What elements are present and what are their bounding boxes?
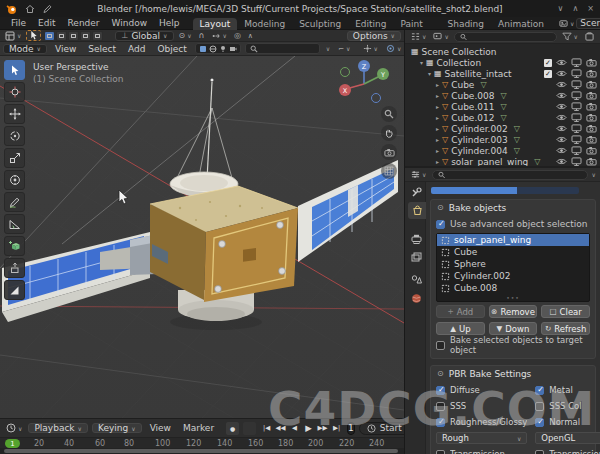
down-button[interactable]: ▼Down [489,322,538,335]
proportional-falloff-dropdown[interactable]: ∧ [246,32,255,40]
pencil-icon[interactable] [42,4,52,14]
move-tool[interactable] [4,104,25,124]
snapping-curve-dropdown[interactable]: ⌐∨ [336,45,352,53]
outliner-label[interactable]: Cube [451,80,474,90]
viewport-disable-icon[interactable] [571,146,582,155]
scene-name-field[interactable]: Scene × [576,18,600,29]
bake-to-target-checkbox[interactable] [436,341,445,350]
filter-curve-icon[interactable] [209,45,217,53]
outliner-label[interactable]: Scene Collection [422,47,497,57]
mirror-dropdown[interactable]: ∨ [324,45,332,52]
render-disable-icon[interactable] [586,69,597,78]
properties-options-chevron[interactable]: ∨ [592,171,596,178]
eye-icon[interactable] [556,91,567,100]
outliner-label[interactable]: Cube.008 [451,91,494,101]
viewport-disable-icon[interactable] [571,91,582,100]
select-mode-intersect[interactable] [92,31,103,41]
render-disable-icon[interactable] [586,157,597,166]
menu-file[interactable]: File [6,18,31,28]
viewport-disable-icon[interactable] [571,102,582,111]
pbr-check-diffuse[interactable]: Diffuse [436,383,527,397]
checkbox[interactable] [436,402,445,411]
viewport-canvas[interactable]: User Perspective (1) Scene Collection Z … [0,56,404,418]
render-disable-icon[interactable] [586,135,597,144]
list-item[interactable]: Cube [437,246,589,258]
outliner-row-cube-008[interactable]: ▸ ▽ Cube.008 ▽ [405,90,600,101]
play-button[interactable]: ▶ [302,422,315,435]
outliner-row-cube-011[interactable]: ▸ ▽ Cube.011 ▽ [405,101,600,112]
active-tool-button[interactable] [26,30,41,41]
prev-keyframe-button[interactable]: ◀◀ [274,422,287,435]
viewport-search-field[interactable] [245,43,320,54]
snap-target-dropdown[interactable]: ∨ [209,32,228,40]
expander-icon[interactable]: ▸ [433,125,442,132]
viewport-disable-icon[interactable] [571,113,582,122]
viewport-disable-icon[interactable] [571,124,582,133]
normal-space-dropdown[interactable]: OpenGL∨ [535,432,600,444]
options-dropdown[interactable]: Options ∨ [347,31,401,41]
select-mode-new[interactable] [44,31,55,41]
expander-icon[interactable]: ▸ [433,147,442,154]
select-box-tool[interactable] [4,60,25,80]
timeline-editor-button[interactable]: ∨ [4,423,24,433]
pbr-check-sss[interactable]: SSS [436,399,527,413]
overlays-dropdown[interactable]: ∨ [384,44,403,53]
viewport-disable-icon[interactable] [571,80,582,89]
outliner-sync-dropdown[interactable]: ∨ [431,32,450,41]
add-button[interactable]: +Add [436,305,485,318]
viewport-disable-icon[interactable] [571,58,582,67]
refresh-button[interactable]: ↻Refresh [541,322,590,335]
advanced-selection-row[interactable]: Use advanced object selection [436,217,590,231]
sync-button[interactable] [243,422,256,435]
new-collection-button[interactable] [583,32,596,41]
pbr-check-normal[interactable]: Normal [535,415,600,429]
snap-toggle[interactable]: ∩ [197,31,207,40]
pbr-check-transmission[interactable]: Transmission [436,447,527,454]
minimize-button[interactable]: ∨ [558,4,564,13]
eye-icon[interactable] [556,124,567,133]
checkbox[interactable] [535,450,544,454]
gizmo-minus-z-axis[interactable] [372,94,381,103]
list-item[interactable]: Cylinder.002 [437,270,589,282]
mode-dropdown[interactable]: Mode ∨ [3,44,47,54]
menu-window[interactable]: Window [107,18,153,28]
properties-editor-button[interactable]: ∨ [409,170,428,179]
eye-icon[interactable] [556,157,567,166]
keying-dropdown[interactable]: Keying∨ [92,423,142,433]
outliner-label[interactable]: Cube.011 [451,102,494,112]
outliner-row-collection[interactable]: ▾ ▦ Collection ✓ [405,57,600,68]
output-tab[interactable] [407,230,426,247]
close-button[interactable]: × [587,4,594,13]
ortho-grid-icon[interactable] [381,163,397,179]
auto-key-button[interactable]: ● [226,422,239,435]
scene-tab[interactable] [407,270,426,287]
pivot-point-dropdown[interactable]: ⊙∨ [177,31,194,40]
viewport-disable-icon[interactable] [571,157,582,166]
cursor-tool[interactable] [4,82,25,102]
expander-icon[interactable]: ▸ [433,92,442,99]
filter-camera-icon[interactable] [229,45,237,53]
eye-icon[interactable] [556,146,567,155]
checkbox[interactable] [535,402,544,411]
outliner-label[interactable]: Satellite_intact [445,69,512,79]
list-resize-grip[interactable]: ••• [437,294,589,301]
outliner-row-cube[interactable]: ▸ ▽ Cube ▽ [405,79,600,90]
filter-light-icon[interactable] [219,45,227,53]
checkbox[interactable] [436,418,445,427]
menu-view[interactable]: View [51,44,80,54]
playback-dropdown[interactable]: Playback∨ [28,423,88,433]
outliner-row-cube-012[interactable]: ▸ ▽ Cube.012 ▽ [405,112,600,123]
tab-modeling[interactable]: Modeling [237,18,292,30]
expander-icon[interactable]: ▸ [433,136,442,143]
expander-icon[interactable]: ▸ [433,81,442,88]
collection-checkbox[interactable]: ✓ [544,59,552,67]
navigation-gizmo[interactable]: Z Y X [332,58,396,108]
bake-objects-panel-header[interactable]: ⊙ Bake objects [431,200,595,215]
gizmo-minus-y-axis[interactable] [341,68,350,77]
filter-mesh-icon[interactable] [199,45,207,53]
zoom-icon[interactable] [381,106,397,122]
pbr-check-sss-col[interactable]: SSS Col [535,399,600,413]
collection-checkbox[interactable]: ✓ [544,70,552,78]
menu-object[interactable]: Object [154,44,191,54]
properties-search-field[interactable] [432,170,587,180]
